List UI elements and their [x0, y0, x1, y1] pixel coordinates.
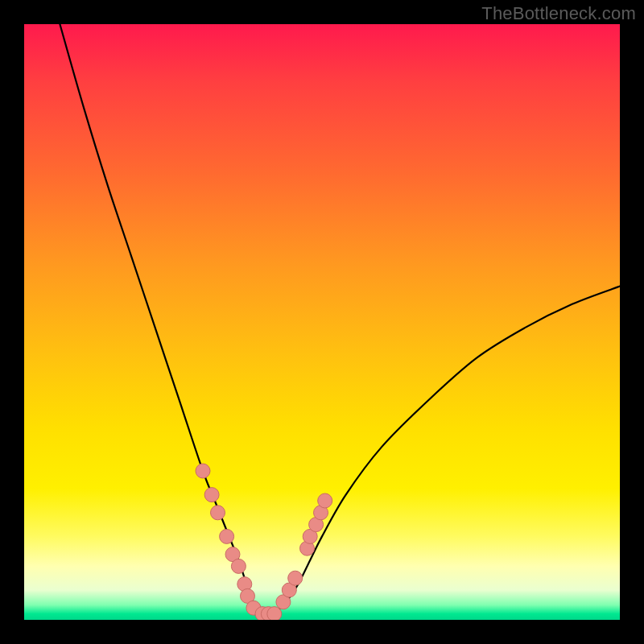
marker-dot	[204, 488, 219, 502]
marker-dot	[288, 571, 303, 585]
chart-frame: TheBottleneck.com	[0, 0, 644, 644]
plot-area	[24, 24, 620, 620]
chart-svg	[24, 24, 620, 620]
marker-dot	[231, 559, 246, 573]
highlight-markers	[196, 464, 332, 620]
marker-dot	[220, 529, 234, 543]
marker-dot	[318, 493, 332, 508]
watermark-text: TheBottleneck.com	[481, 3, 636, 24]
marker-dot	[211, 506, 225, 520]
marker-dot	[267, 607, 282, 620]
marker-dot	[196, 464, 210, 478]
bottleneck-curve	[60, 24, 620, 614]
